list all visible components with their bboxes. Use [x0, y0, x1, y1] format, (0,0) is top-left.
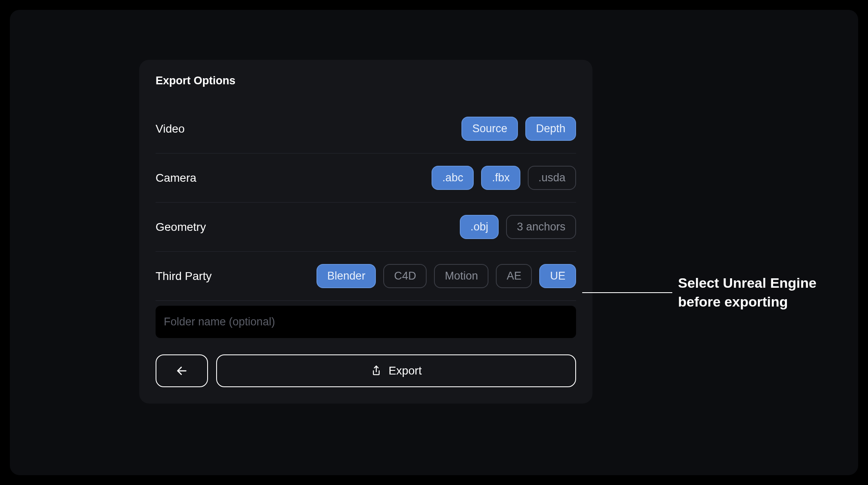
share-icon [371, 365, 382, 377]
row-video: Video Source Depth [156, 104, 576, 153]
annotation-line-1: Select Unreal Engine [678, 274, 816, 293]
camera-chip-group: .abc .fbx .usda [432, 166, 576, 190]
folder-name-input[interactable] [156, 306, 576, 338]
chip-third-party-ae[interactable]: AE [496, 264, 532, 288]
chip-video-depth[interactable]: Depth [525, 117, 576, 141]
chip-third-party-blender[interactable]: Blender [316, 264, 376, 288]
chip-camera-usda[interactable]: .usda [528, 166, 576, 190]
annotation-leader-line [582, 292, 672, 293]
back-button[interactable] [156, 354, 208, 387]
geometry-chip-group: .obj 3 anchors [460, 215, 576, 239]
row-camera: Camera .abc .fbx .usda [156, 153, 576, 203]
export-options-panel: Export Options Video Source Depth Camera… [139, 60, 592, 404]
row-video-label: Video [156, 122, 185, 135]
arrow-left-icon [176, 365, 188, 377]
export-button[interactable]: Export [216, 354, 576, 387]
chip-third-party-ue[interactable]: UE [539, 264, 576, 288]
chip-third-party-c4d[interactable]: C4D [383, 264, 427, 288]
chip-third-party-motion[interactable]: Motion [434, 264, 488, 288]
chip-geometry-anchors[interactable]: 3 anchors [506, 215, 576, 239]
video-chip-group: Source Depth [461, 117, 576, 141]
export-button-label: Export [389, 364, 422, 377]
row-geometry: Geometry .obj 3 anchors [156, 203, 576, 252]
bottom-button-row: Export [156, 354, 576, 387]
row-geometry-label: Geometry [156, 221, 206, 234]
chip-camera-abc[interactable]: .abc [432, 166, 474, 190]
panel-title: Export Options [156, 74, 576, 87]
third-party-chip-group: Blender C4D Motion AE UE [316, 264, 576, 288]
annotation-line-2: before exporting [678, 293, 816, 311]
row-camera-label: Camera [156, 171, 197, 185]
chip-video-source[interactable]: Source [461, 117, 518, 141]
annotation-callout: Select Unreal Engine before exporting [678, 274, 816, 311]
app-frame: Export Options Video Source Depth Camera… [10, 10, 858, 475]
row-third-party: Third Party Blender C4D Motion AE UE [156, 252, 576, 301]
row-third-party-label: Third Party [156, 270, 212, 283]
chip-camera-fbx[interactable]: .fbx [481, 166, 520, 190]
chip-geometry-obj[interactable]: .obj [460, 215, 499, 239]
